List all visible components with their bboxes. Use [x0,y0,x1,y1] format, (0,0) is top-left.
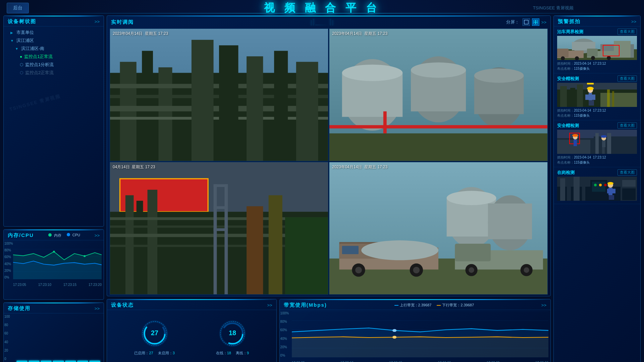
video-cell-4[interactable]: 2023年04月14日 星期五 17:23 [329,162,548,295]
alert-more[interactable]: >> [631,19,636,24]
realtime-panel: 实时调阅 分屏： [107,15,551,296]
tree-label-cam3: 监控点2正常流 [25,70,54,76]
video-cell-3[interactable]: 04月14日 星期五 17:23 [110,162,328,295]
alert-name-2: 安全帽检测 [557,76,579,82]
svg-rect-123 [600,93,637,107]
alert-item-1-header: 泊车周界检测 查看大图 [557,28,637,35]
split-1x1-btn[interactable] [523,18,530,26]
svg-point-143 [572,134,578,137]
svg-point-8 [84,255,86,257]
svg-rect-14 [536,22,538,24]
gauge-svg-2: 18 [217,318,248,349]
alert-thumb-1 [557,36,637,60]
tree-node-cam2[interactable]: ⬡ 监控点1分析流 [4,61,104,69]
svg-rect-161 [611,195,614,200]
view-btn-2[interactable]: 查看大图 [618,75,637,82]
svg-rect-78 [455,244,491,261]
tree-arrow-icon: ▼ [15,47,19,51]
svg-point-32 [342,65,403,81]
svg-rect-55 [214,184,228,187]
bar-3: 内存1 [41,361,52,362]
device-status-title: 设备状态 [111,302,134,308]
video-cell-2[interactable]: 2023年04月14日 星期五 17:23 [329,28,548,161]
svg-rect-157 [608,188,612,195]
svg-rect-153 [574,177,580,201]
bw-y-axis: 100% 80% 60% 40% 20% 0% [280,311,289,357]
svg-point-165 [599,184,602,186]
svg-rect-133 [591,100,594,106]
split-2x2-btn[interactable] [532,18,539,26]
tree-node-cam1[interactable]: ● 监控点1正常流 [4,53,104,61]
bw-svg-area [292,311,548,357]
tree-node-puqu[interactable]: ▼ 滨江浦区 [4,37,104,45]
split-controls: 分屏： >> [506,18,546,26]
svg-rect-131 [592,95,595,100]
bar-fill [65,361,76,362]
tree-node-puqu-nan[interactable]: ▼ 滨江浦区-南 [4,45,104,53]
video-cell-1[interactable]: 2023年04月14日 星期五 17:23 [110,28,328,161]
view-btn-4[interactable]: 查看大图 [618,169,637,176]
bar-2: 内存1 [29,361,40,362]
alert-name-4: 在岗检测 [557,170,575,176]
svg-rect-18 [142,51,153,161]
tree-label-puqu: 滨江浦区 [16,38,34,44]
svg-rect-57 [214,228,228,231]
device-tree-more[interactable]: >> [95,19,100,24]
tree-shield-icon: ⬡ [20,62,23,67]
storage-bars: 内存1 内存1 内存1 内存1 [16,324,100,362]
cpu-svg-area [13,242,102,279]
video-timestamp-1: 2023年04月14日 星期五 17:23 [113,31,168,37]
bar-7: 内存1 [89,361,100,362]
alert-thumb-4 [557,177,637,201]
device-status-more[interactable]: >> [267,303,272,308]
storage-title: 存储使用 [8,305,31,312]
storage-more[interactable]: >> [95,306,100,311]
cpu-chart: 100% 80% 60% 40% 20% 0% [4,240,104,287]
svg-rect-11 [534,20,536,22]
svg-rect-19 [158,67,172,161]
tree-node-city[interactable]: ▶ 市直单位 [4,28,104,37]
watermark: TSINGSEE 青犀视频 [9,93,61,113]
svg-rect-124 [607,89,610,107]
bandwidth-more[interactable]: >> [541,303,546,308]
tree-nodes: ▶ 市直单位 ▼ 滨江浦区 ▼ 滨江浦区-南 ● [4,26,104,79]
view-btn-1[interactable]: 查看大图 [618,28,637,35]
svg-rect-160 [609,195,611,200]
svg-point-75 [413,267,420,274]
tree-arrow-icon: ▶ [10,31,14,35]
device-tree-header: 设备树状图 >> [4,16,104,26]
device-status-panel: 设备状态 >> [107,299,277,362]
alert-item-3: 安全帽检测 查看大图 [554,120,640,167]
svg-point-146 [601,135,607,138]
cpu-header: 内存/CPU 内存 CPU >> [4,230,104,240]
svg-rect-25 [219,45,238,161]
svg-point-100 [392,329,396,332]
cpu-panel: 内存/CPU 内存 CPU >> [3,229,104,300]
tree-node-cam3[interactable]: ⬡ 监控点2正常流 [4,69,104,77]
cpu-y-axis: 100% 80% 60% 40% 20% 0% [4,242,13,279]
svg-rect-47 [137,201,143,294]
bar-fill [77,361,88,362]
svg-rect-140 [607,133,611,154]
svg-rect-147 [602,140,605,147]
tree-label-city: 市直单位 [16,29,34,36]
svg-point-38 [474,68,524,83]
svg-rect-27 [274,51,288,161]
svg-point-102 [392,336,396,339]
cpu-more[interactable]: >> [95,233,100,238]
bar-fill [29,361,40,362]
svg-rect-66 [488,203,532,239]
svg-rect-41 [383,111,387,133]
gauge-1: 27 已启用：27 未启用：3 [134,318,174,356]
svg-rect-60 [285,217,328,294]
svg-point-82 [524,267,529,273]
cpu-legend-item: CPU [67,233,80,238]
bar-6: 内存1 [77,361,88,362]
back-button[interactable]: 后台 [7,3,29,13]
svg-point-127 [587,87,594,90]
svg-point-156 [607,182,613,185]
gauge-2: 18 在线：18 离线：9 [216,318,249,356]
view-btn-3[interactable]: 查看大图 [618,122,637,129]
svg-point-7 [53,251,55,253]
realtime-more[interactable]: >> [541,20,546,25]
